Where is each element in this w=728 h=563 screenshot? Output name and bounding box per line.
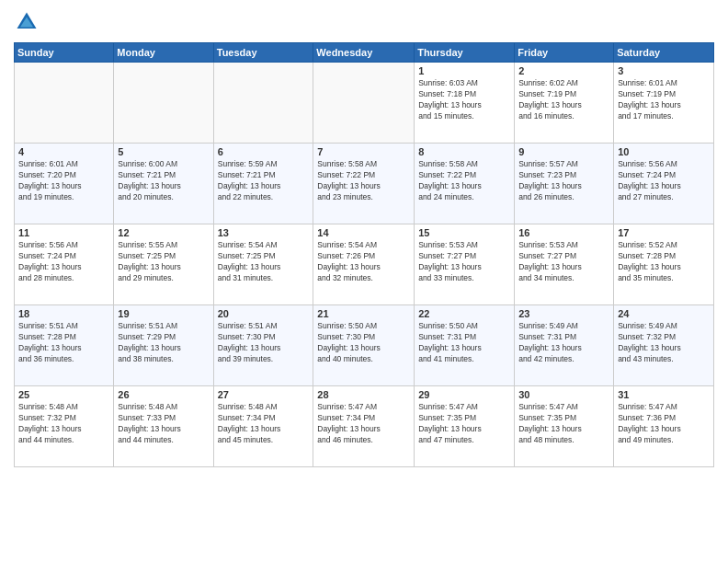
day-number: 6 xyxy=(218,146,310,157)
day-number: 10 xyxy=(618,146,710,157)
calendar-table: SundayMondayTuesdayWednesdayThursdayFrid… xyxy=(14,42,714,467)
calendar-cell: 7Sunrise: 5:58 AM Sunset: 7:22 PM Daylig… xyxy=(313,144,415,224)
day-info: Sunrise: 5:51 AM Sunset: 7:29 PM Dayligh… xyxy=(118,321,209,365)
day-number: 11 xyxy=(18,227,109,238)
calendar-header-row: SundayMondayTuesdayWednesdayThursdayFrid… xyxy=(15,43,714,63)
day-number: 28 xyxy=(317,389,410,400)
day-number: 18 xyxy=(18,308,109,319)
calendar-cell: 30Sunrise: 5:47 AM Sunset: 7:35 PM Dayli… xyxy=(515,386,614,467)
day-info: Sunrise: 5:59 AM Sunset: 7:21 PM Dayligh… xyxy=(218,159,310,203)
day-number: 15 xyxy=(418,227,510,238)
calendar-cell: 31Sunrise: 5:47 AM Sunset: 7:36 PM Dayli… xyxy=(614,386,714,467)
day-number: 3 xyxy=(618,65,710,76)
day-number: 20 xyxy=(218,308,310,319)
day-info: Sunrise: 5:49 AM Sunset: 7:32 PM Dayligh… xyxy=(618,321,710,365)
calendar-cell: 29Sunrise: 5:47 AM Sunset: 7:35 PM Dayli… xyxy=(415,386,515,467)
day-info: Sunrise: 5:53 AM Sunset: 7:27 PM Dayligh… xyxy=(418,240,510,284)
day-info: Sunrise: 6:00 AM Sunset: 7:21 PM Dayligh… xyxy=(118,159,209,203)
day-number: 19 xyxy=(118,308,209,319)
calendar-cell: 22Sunrise: 5:50 AM Sunset: 7:31 PM Dayli… xyxy=(415,305,515,386)
day-number: 2 xyxy=(518,65,609,76)
calendar-cell: 2Sunrise: 6:02 AM Sunset: 7:19 PM Daylig… xyxy=(515,63,614,144)
day-number: 4 xyxy=(18,146,109,157)
day-info: Sunrise: 5:58 AM Sunset: 7:22 PM Dayligh… xyxy=(317,159,410,203)
calendar-cell: 6Sunrise: 5:59 AM Sunset: 7:21 PM Daylig… xyxy=(213,144,313,224)
day-number: 5 xyxy=(118,146,209,157)
day-info: Sunrise: 5:55 AM Sunset: 7:25 PM Dayligh… xyxy=(118,240,209,284)
day-info: Sunrise: 5:48 AM Sunset: 7:34 PM Dayligh… xyxy=(218,402,310,446)
day-number: 14 xyxy=(317,227,410,238)
day-number: 17 xyxy=(618,227,710,238)
day-number: 13 xyxy=(218,227,310,238)
day-info: Sunrise: 5:54 AM Sunset: 7:26 PM Dayligh… xyxy=(317,240,410,284)
calendar-cell: 14Sunrise: 5:54 AM Sunset: 7:26 PM Dayli… xyxy=(313,224,415,305)
weekday-header: Monday xyxy=(114,43,213,63)
day-info: Sunrise: 6:03 AM Sunset: 7:18 PM Dayligh… xyxy=(418,78,510,122)
day-info: Sunrise: 5:49 AM Sunset: 7:31 PM Dayligh… xyxy=(518,321,609,365)
day-info: Sunrise: 5:47 AM Sunset: 7:35 PM Dayligh… xyxy=(418,402,510,446)
calendar-cell: 19Sunrise: 5:51 AM Sunset: 7:29 PM Dayli… xyxy=(114,305,213,386)
day-number: 21 xyxy=(317,308,410,319)
calendar-week-row: 25Sunrise: 5:48 AM Sunset: 7:32 PM Dayli… xyxy=(15,386,714,467)
day-info: Sunrise: 5:57 AM Sunset: 7:23 PM Dayligh… xyxy=(518,159,609,203)
calendar-cell: 1Sunrise: 6:03 AM Sunset: 7:18 PM Daylig… xyxy=(415,63,515,144)
day-number: 30 xyxy=(518,389,609,400)
weekday-header: Friday xyxy=(515,43,614,63)
day-info: Sunrise: 5:47 AM Sunset: 7:35 PM Dayligh… xyxy=(518,402,609,446)
day-info: Sunrise: 5:48 AM Sunset: 7:32 PM Dayligh… xyxy=(18,402,109,446)
day-number: 29 xyxy=(418,389,510,400)
calendar-cell: 21Sunrise: 5:50 AM Sunset: 7:30 PM Dayli… xyxy=(313,305,415,386)
calendar-cell xyxy=(15,63,114,144)
day-info: Sunrise: 5:47 AM Sunset: 7:34 PM Dayligh… xyxy=(317,402,410,446)
day-info: Sunrise: 6:01 AM Sunset: 7:19 PM Dayligh… xyxy=(618,78,710,122)
calendar-cell xyxy=(114,63,213,144)
day-info: Sunrise: 5:50 AM Sunset: 7:30 PM Dayligh… xyxy=(317,321,410,365)
header xyxy=(14,9,714,35)
day-info: Sunrise: 5:51 AM Sunset: 7:30 PM Dayligh… xyxy=(218,321,310,365)
calendar-cell: 4Sunrise: 6:01 AM Sunset: 7:20 PM Daylig… xyxy=(15,144,114,224)
calendar-cell: 28Sunrise: 5:47 AM Sunset: 7:34 PM Dayli… xyxy=(313,386,415,467)
calendar-cell: 11Sunrise: 5:56 AM Sunset: 7:24 PM Dayli… xyxy=(15,224,114,305)
calendar-cell: 26Sunrise: 5:48 AM Sunset: 7:33 PM Dayli… xyxy=(114,386,213,467)
day-number: 23 xyxy=(518,308,609,319)
calendar-cell: 25Sunrise: 5:48 AM Sunset: 7:32 PM Dayli… xyxy=(15,386,114,467)
calendar-cell: 18Sunrise: 5:51 AM Sunset: 7:28 PM Dayli… xyxy=(15,305,114,386)
day-number: 1 xyxy=(418,65,510,76)
calendar-cell: 23Sunrise: 5:49 AM Sunset: 7:31 PM Dayli… xyxy=(515,305,614,386)
weekday-header: Sunday xyxy=(15,43,114,63)
calendar-cell xyxy=(213,63,313,144)
calendar-cell: 13Sunrise: 5:54 AM Sunset: 7:25 PM Dayli… xyxy=(213,224,313,305)
day-info: Sunrise: 5:47 AM Sunset: 7:36 PM Dayligh… xyxy=(618,402,710,446)
day-number: 22 xyxy=(418,308,510,319)
day-info: Sunrise: 6:02 AM Sunset: 7:19 PM Dayligh… xyxy=(518,78,609,122)
day-number: 8 xyxy=(418,146,510,157)
calendar-cell: 5Sunrise: 6:00 AM Sunset: 7:21 PM Daylig… xyxy=(114,144,213,224)
calendar-cell: 3Sunrise: 6:01 AM Sunset: 7:19 PM Daylig… xyxy=(614,63,714,144)
day-info: Sunrise: 5:53 AM Sunset: 7:27 PM Dayligh… xyxy=(518,240,609,284)
logo xyxy=(14,9,43,35)
calendar-cell xyxy=(313,63,415,144)
weekday-header: Wednesday xyxy=(313,43,415,63)
weekday-header: Saturday xyxy=(614,43,714,63)
calendar-week-row: 4Sunrise: 6:01 AM Sunset: 7:20 PM Daylig… xyxy=(15,144,714,224)
day-number: 24 xyxy=(618,308,710,319)
day-number: 16 xyxy=(518,227,609,238)
weekday-header: Tuesday xyxy=(213,43,313,63)
day-number: 9 xyxy=(518,146,609,157)
calendar-week-row: 11Sunrise: 5:56 AM Sunset: 7:24 PM Dayli… xyxy=(15,224,714,305)
calendar-cell: 9Sunrise: 5:57 AM Sunset: 7:23 PM Daylig… xyxy=(515,144,614,224)
day-info: Sunrise: 5:56 AM Sunset: 7:24 PM Dayligh… xyxy=(18,240,109,284)
day-number: 27 xyxy=(218,389,310,400)
day-number: 26 xyxy=(118,389,209,400)
day-info: Sunrise: 5:48 AM Sunset: 7:33 PM Dayligh… xyxy=(118,402,209,446)
calendar-cell: 27Sunrise: 5:48 AM Sunset: 7:34 PM Dayli… xyxy=(213,386,313,467)
day-info: Sunrise: 5:58 AM Sunset: 7:22 PM Dayligh… xyxy=(418,159,510,203)
calendar-cell: 16Sunrise: 5:53 AM Sunset: 7:27 PM Dayli… xyxy=(515,224,614,305)
day-number: 12 xyxy=(118,227,209,238)
logo-icon xyxy=(14,9,40,35)
day-info: Sunrise: 5:52 AM Sunset: 7:28 PM Dayligh… xyxy=(618,240,710,284)
day-number: 31 xyxy=(618,389,710,400)
day-info: Sunrise: 5:56 AM Sunset: 7:24 PM Dayligh… xyxy=(618,159,710,203)
day-number: 25 xyxy=(18,389,109,400)
calendar-cell: 8Sunrise: 5:58 AM Sunset: 7:22 PM Daylig… xyxy=(415,144,515,224)
